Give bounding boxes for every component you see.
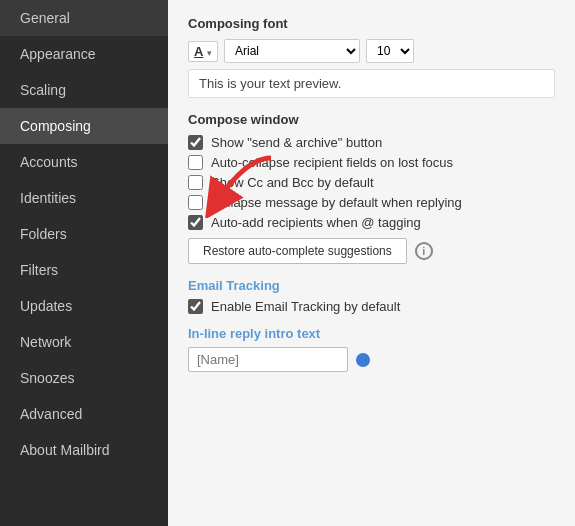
email-tracking-row: Enable Email Tracking by default <box>188 299 555 314</box>
sidebar-item-accounts[interactable]: Accounts <box>0 144 168 180</box>
checkboxes-container: Show "send & archive" buttonAuto-collaps… <box>188 135 555 230</box>
checkbox-label-0: Show "send & archive" button <box>211 135 382 150</box>
restore-row: Restore auto-complete suggestions i <box>188 238 555 264</box>
inline-reply-input[interactable] <box>188 347 348 372</box>
email-tracking-checkbox[interactable] <box>188 299 203 314</box>
sidebar-item-snoozes[interactable]: Snoozes <box>0 360 168 396</box>
sidebar-item-scaling[interactable]: Scaling <box>0 72 168 108</box>
checkbox-4[interactable] <box>188 215 203 230</box>
checkbox-label-2: Show Cc and Bcc by default <box>211 175 374 190</box>
checkbox-row-2: Show Cc and Bcc by default <box>188 175 555 190</box>
checkbox-row-4: Auto-add recipients when @ tagging <box>188 215 555 230</box>
checkbox-1[interactable] <box>188 155 203 170</box>
checkbox-label-1: Auto-collapse recipient fields on lost f… <box>211 155 453 170</box>
sidebar-item-advanced[interactable]: Advanced <box>0 396 168 432</box>
info-icon[interactable]: i <box>415 242 433 260</box>
sidebar-item-updates[interactable]: Updates <box>0 288 168 324</box>
blue-dot-indicator <box>356 353 370 367</box>
checkbox-row-0: Show "send & archive" button <box>188 135 555 150</box>
main-content: Composing font A ▾ Arial Times New Roman… <box>168 0 575 526</box>
composing-font-label: Composing font <box>188 16 555 31</box>
font-name-select[interactable]: Arial Times New Roman Verdana <box>224 39 360 63</box>
checkbox-label-4: Auto-add recipients when @ tagging <box>211 215 421 230</box>
sidebar: GeneralAppearanceScalingComposingAccount… <box>0 0 168 526</box>
checkbox-0[interactable] <box>188 135 203 150</box>
sidebar-item-folders[interactable]: Folders <box>0 216 168 252</box>
sidebar-item-general[interactable]: General <box>0 0 168 36</box>
inline-reply-row <box>188 347 555 372</box>
sidebar-item-identities[interactable]: Identities <box>0 180 168 216</box>
text-preview: This is your text preview. <box>188 69 555 98</box>
sidebar-item-about[interactable]: About Mailbird <box>0 432 168 468</box>
inline-reply-label: In-line reply intro text <box>188 326 555 341</box>
checkbox-label-3: Collapse message by default when replyin… <box>211 195 462 210</box>
font-size-select[interactable]: 10 12 14 <box>366 39 414 63</box>
sidebar-item-filters[interactable]: Filters <box>0 252 168 288</box>
font-row: A ▾ Arial Times New Roman Verdana 10 12 … <box>188 39 555 63</box>
sidebar-item-appearance[interactable]: Appearance <box>0 36 168 72</box>
font-underline-button[interactable]: A ▾ <box>188 41 218 62</box>
sidebar-item-composing[interactable]: Composing <box>0 108 168 144</box>
checkbox-3[interactable] <box>188 195 203 210</box>
compose-window-label: Compose window <box>188 112 555 127</box>
sidebar-item-network[interactable]: Network <box>0 324 168 360</box>
email-tracking-checkbox-label: Enable Email Tracking by default <box>211 299 400 314</box>
email-tracking-label: Email Tracking <box>188 278 555 293</box>
checkbox-row-3: Collapse message by default when replyin… <box>188 195 555 210</box>
checkbox-row-1: Auto-collapse recipient fields on lost f… <box>188 155 555 170</box>
checkbox-2[interactable] <box>188 175 203 190</box>
restore-button[interactable]: Restore auto-complete suggestions <box>188 238 407 264</box>
